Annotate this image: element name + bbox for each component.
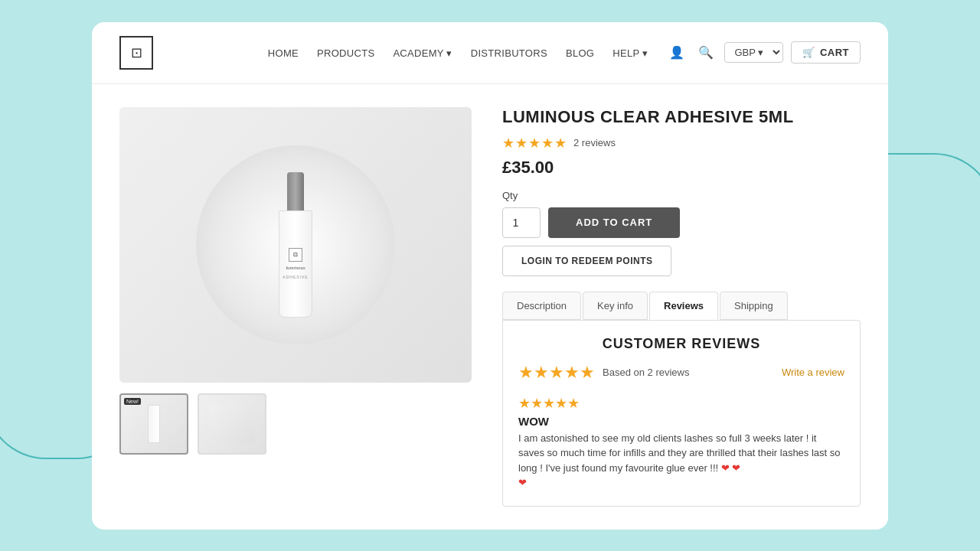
review-title: WOW [518,415,844,428]
review-item: ★★★★★ WOW I am astonished to see my old … [518,395,844,491]
tab-reviews[interactable]: Reviews [649,292,718,320]
review-stars: ★★★★★ [518,395,844,412]
bottle-cap [287,172,304,210]
thumb-bottle-mini [148,405,160,443]
qty-input[interactable] [502,207,541,238]
account-icon[interactable]: 👤 [666,42,688,64]
bottle-brand-label: luminous [286,265,305,272]
tab-shipping[interactable]: Shipping [720,292,788,320]
nav-home[interactable]: HOME [268,47,299,59]
tab-content-reviews: CUSTOMER REVIEWS ★★★★★ Based on 2 review… [502,320,861,507]
currency-selector[interactable]: GBP ▾ USD EUR [724,42,783,63]
bottle-logo: ⊡ [289,248,302,262]
product-info: LUMINOUS CLEAR ADHESIVE 5ML ★★★★★ 2 revi… [502,107,861,507]
add-to-cart-button[interactable]: ADD TO CART [548,207,680,238]
search-icon[interactable]: 🔍 [695,42,717,64]
reviews-summary: ★★★★★ Based on 2 reviews Write a review [518,363,844,383]
product-images: ⊡ luminous ADHESIVE New! [119,107,472,507]
logo[interactable]: ⊡ [119,36,153,70]
nav-distributors[interactable]: DISTRIBUTORS [471,47,547,59]
redeem-points-button[interactable]: LOGIN TO REDEEM POINTS [502,246,671,276]
main-product-image: ⊡ luminous ADHESIVE [119,107,472,383]
review-body: I am astonished to see my old clients la… [518,431,844,491]
reviews-summary-left: ★★★★★ Based on 2 reviews [518,363,689,383]
bottle-product-label: ADHESIVE [283,275,308,279]
cart-label: CART [820,47,849,58]
qty-label: Qty [502,190,861,201]
tab-description[interactable]: Description [502,292,581,320]
heart-icon-2: ❤ [732,462,740,474]
cart-icon: 🛒 [802,47,815,58]
based-on-text: Based on 2 reviews [603,367,689,378]
thumb-2-img [209,405,255,443]
bottle-body: ⊡ luminous ADHESIVE [279,210,312,318]
nav-blog[interactable]: BLOG [566,47,594,59]
product-tabs: Description Key info Reviews Shipping [502,292,861,320]
logo-box: ⊡ [119,36,153,70]
nav-links: HOME PRODUCTS ACADEMY ▾ DISTRIBUTORS BLO… [268,46,648,60]
new-badge: New! [124,398,141,405]
nav-help[interactable]: HELP ▾ [612,47,648,59]
product-price: £35.00 [502,158,861,178]
tab-keyinfo[interactable]: Key info [583,292,648,320]
thumbnail-1[interactable]: New! [119,393,188,455]
heart-icon-1: ❤ [721,462,730,474]
main-card: ⊡ HOME PRODUCTS ACADEMY ▾ DISTRIBUTORS B… [92,22,888,530]
thumbnail-2[interactable] [198,393,266,455]
stars-display: ★★★★★ [502,135,567,152]
navbar: ⊡ HOME PRODUCTS ACADEMY ▾ DISTRIBUTORS B… [92,22,888,84]
review-count[interactable]: 2 reviews [573,137,616,148]
reviews-title: CUSTOMER REVIEWS [518,336,844,352]
heart-icon-3: ❤ [518,477,527,488]
write-review-link[interactable]: Write a review [782,367,844,378]
product-content: ⊡ luminous ADHESIVE New! LUMINOUS CLEAR … [92,84,888,530]
nav-icons: 👤 🔍 GBP ▾ USD EUR 🛒 CART [666,41,861,64]
product-title: LUMINOUS CLEAR ADHESIVE 5ML [502,107,861,127]
stars-row: ★★★★★ 2 reviews [502,135,861,152]
nav-products[interactable]: PRODUCTS [317,47,374,59]
nav-academy[interactable]: ACADEMY ▾ [393,47,452,59]
cart-button[interactable]: 🛒 CART [791,41,861,64]
reviews-stars-large: ★★★★★ [518,363,595,383]
thumbnails: New! [119,393,472,455]
product-bottle: ⊡ luminous ADHESIVE [279,172,312,318]
qty-add-row: ADD TO CART [502,207,861,238]
